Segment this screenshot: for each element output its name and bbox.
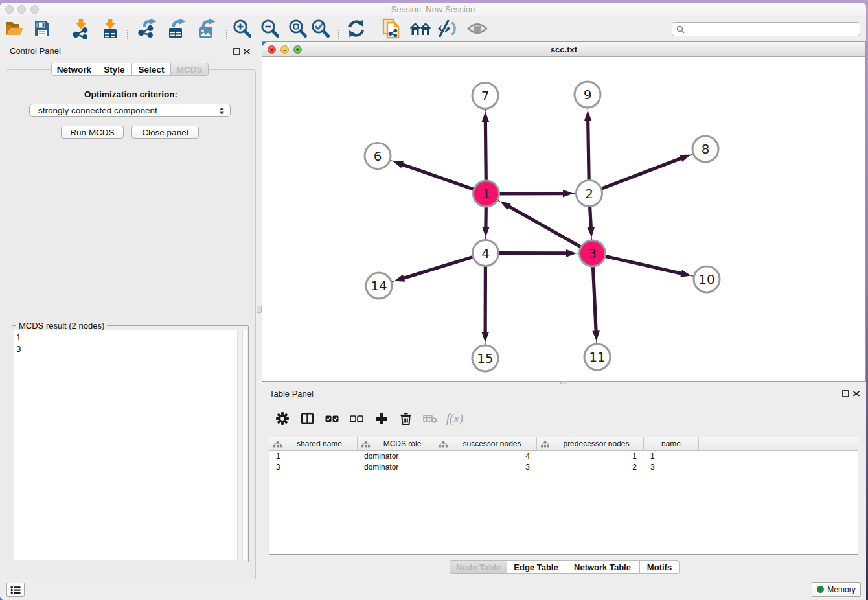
edge-2-8[interactable] [600,158,682,189]
column-header-shared-name[interactable]: shared name [269,437,358,450]
node-label-2: 2 [585,186,593,202]
control-panel: Control Panel Optimization criterion: st… [0,41,257,579]
edge-1-7[interactable] [485,121,486,182]
tab-motifs[interactable]: Motifs [640,560,680,574]
result-scrollbar[interactable] [237,330,243,560]
tab-node-table[interactable]: Node Table [450,560,507,574]
run-mcds-button[interactable]: Run MCDS [61,126,124,139]
edge-2-9[interactable] [588,119,589,181]
edge-3-11[interactable] [593,265,596,332]
column-header-name[interactable]: name [644,437,699,450]
open-session-icon[interactable] [3,17,25,40]
criterion-dropdown[interactable]: strongly connected component [29,104,231,117]
edge-arrowhead-3-10 [680,270,691,277]
refresh-icon[interactable] [345,17,367,40]
cell-successor-nodes[interactable]: 4 [435,451,537,462]
column-header-label: shared name [282,439,357,448]
zoom-selected-icon[interactable] [310,17,332,40]
network-graph-canvas[interactable]: 1234678910111415 [262,57,865,381]
add-column-icon[interactable] [372,410,389,427]
hide-selected-icon[interactable] [437,17,459,40]
graph-node-15[interactable]: 15 [472,345,498,371]
tab-edge-table[interactable]: Edge Table [507,560,565,574]
table-type-tabs: Node TableEdge TableNetwork TableMotifs [450,560,680,574]
graph-node-7[interactable]: 7 [472,83,498,109]
cell-MCDS-role[interactable]: dominator [358,451,435,462]
save-session-icon[interactable] [31,17,53,40]
network-view-frame: ✕ – + scc.txt 1234678910111415 [262,41,866,382]
cell-successor-nodes[interactable]: 3 [435,462,537,473]
table-row[interactable]: 1dominator411 [269,451,858,462]
graph-node-4[interactable]: 4 [473,240,499,266]
graph-node-9[interactable]: 9 [575,82,600,108]
tab-mcds[interactable]: MCDS [171,63,209,76]
node-label-15: 15 [477,351,493,366]
mcds-result-textarea[interactable]: 1 3 [14,330,247,560]
edge-4-14[interactable] [403,257,474,279]
cell-predecessor-nodes[interactable]: 2 [537,462,644,473]
export-image-icon[interactable] [196,17,218,40]
cell-predecessor-nodes[interactable]: 1 [537,451,644,462]
clone-network-icon[interactable] [381,17,403,40]
node-label-3: 3 [588,246,597,261]
search-field[interactable] [672,22,860,36]
tab-network-table[interactable]: Network Table [565,560,640,574]
tab-network[interactable]: Network [51,63,97,76]
edge-2-3[interactable] [589,205,591,229]
function-builder-icon: f(x) [446,410,463,427]
close-panel-icon[interactable] [243,48,251,55]
graph-node-8[interactable]: 8 [692,136,718,162]
zoom-out-icon[interactable] [259,17,281,40]
first-neighbors-icon[interactable] [409,17,431,40]
edge-arrowhead-1-4 [482,227,490,237]
import-network-icon[interactable] [70,17,92,40]
graph-node-3[interactable]: 3 [580,240,606,266]
float-panel-icon[interactable] [233,48,240,55]
edge-3-10[interactable] [604,256,683,273]
import-table-icon[interactable] [99,17,121,40]
zoom-fit-icon[interactable] [287,17,309,40]
float-table-panel-icon[interactable] [842,390,849,397]
node-label-6: 6 [374,148,382,164]
status-bar: Memory [0,579,866,600]
deselect-all-icon[interactable] [348,410,365,427]
graph-node-2[interactable]: 2 [577,181,602,207]
search-input[interactable] [687,25,860,34]
show-columns-icon[interactable] [299,410,315,427]
edge-1-6[interactable] [401,164,475,190]
graph-node-1[interactable]: 1 [474,181,499,207]
mcds-result-values: 1 3 [16,332,21,355]
column-header-successor-nodes[interactable]: successor nodes [435,437,537,450]
graph-node-14[interactable]: 14 [366,273,392,299]
edge-arrowhead-4-15 [481,332,489,342]
zoom-in-icon[interactable] [231,17,253,40]
graph-node-6[interactable]: 6 [365,143,391,169]
column-header-predecessor-nodes[interactable]: predecessor nodes [537,437,644,450]
graph-node-11[interactable]: 11 [584,344,610,370]
edge-3-1[interactable] [508,206,582,248]
memory-button[interactable]: Memory [812,582,861,597]
memory-label: Memory [827,585,855,594]
tab-select[interactable]: Select [132,63,171,76]
export-network-icon[interactable] [137,17,159,40]
cell-name[interactable]: 1 [644,451,699,462]
cell-shared-name[interactable]: 3 [269,462,358,473]
delete-column-icon[interactable] [397,410,414,427]
export-table-icon[interactable] [166,17,188,40]
cell-shared-name[interactable]: 1 [269,451,358,462]
close-table-panel-icon[interactable] [852,390,860,397]
delete-table-icon[interactable] [422,410,439,427]
select-all-icon[interactable] [323,410,340,427]
tab-style[interactable]: Style [97,63,132,76]
vertical-splitter-handle[interactable] [257,306,262,313]
table-row[interactable]: 3dominator323 [269,462,858,473]
cell-MCDS-role[interactable]: dominator [358,462,435,473]
table-panel-title: Table Panel [269,389,314,398]
cell-name[interactable]: 3 [644,462,699,473]
column-header-MCDS-role[interactable]: MCDS role [358,437,435,450]
table-settings-icon[interactable] [274,410,291,427]
graph-node-10[interactable]: 10 [694,266,720,292]
close-panel-button[interactable]: Close panel [131,126,199,139]
show-all-icon[interactable] [466,17,488,40]
task-history-button[interactable] [6,583,25,597]
